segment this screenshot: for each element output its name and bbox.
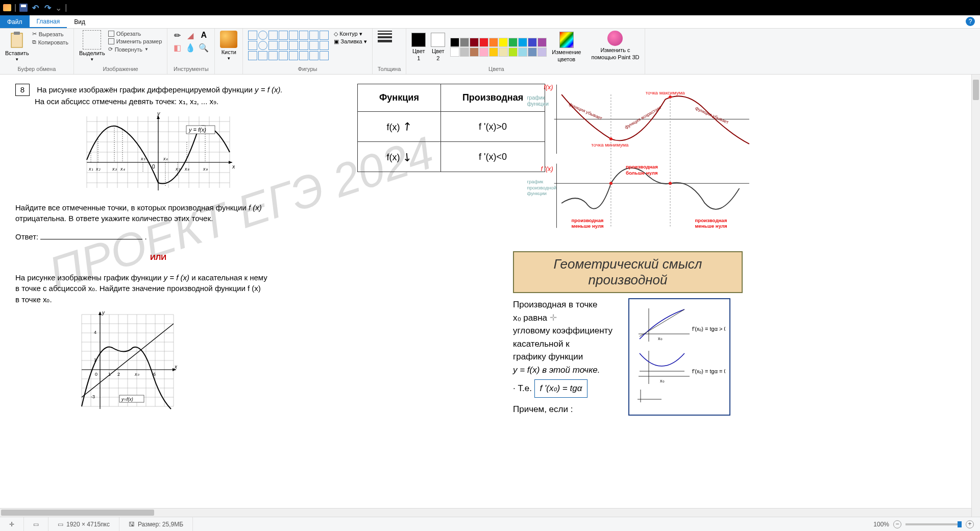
svg-marker-76 <box>99 311 102 315</box>
tab-home[interactable]: Главная <box>30 15 67 28</box>
color-palette[interactable] <box>450 38 547 57</box>
fill-tool[interactable]: ◢ <box>186 31 195 40</box>
eraser-tool[interactable]: ◧ <box>173 43 182 52</box>
paste-label: Вставить <box>5 50 29 56</box>
save-icon[interactable] <box>19 4 28 12</box>
horizontal-scrollbar[interactable] <box>0 508 971 517</box>
color1-button[interactable]: Цвет 1 <box>411 33 426 61</box>
answer-blank <box>40 239 142 239</box>
svg-text:1: 1 <box>94 357 96 363</box>
vertical-scrollbar[interactable] <box>971 75 980 517</box>
svg-text:-3: -3 <box>91 394 95 399</box>
palette-color[interactable] <box>479 47 488 57</box>
group-tools: ✏ ◢ A ◧ 💧 🔍 Инструменты <box>167 29 215 74</box>
zoom-slider[interactable] <box>905 523 962 525</box>
palette-color[interactable] <box>528 38 537 47</box>
scrollbar-thumb[interactable] <box>973 80 979 100</box>
resize-button[interactable]: Изменить размер <box>108 38 162 44</box>
palette-color[interactable] <box>499 38 508 47</box>
svg-text:график: график <box>527 94 545 101</box>
redo-icon[interactable]: ↷ <box>43 3 52 12</box>
group-colors: Цвет 1 Цвет 2 Изменение цветов Цвета <box>406 29 586 74</box>
group-label: Инструменты <box>173 64 209 73</box>
palette-color[interactable] <box>460 47 469 57</box>
group-paint3d: Изменить с помощью Paint 3D <box>586 29 645 74</box>
canvas-dimensions: 1920 × 4715пкс <box>66 521 110 528</box>
titlebar: | ↶ ↷ ⌄ | <box>0 0 980 15</box>
svg-text:производной: производной <box>527 185 556 190</box>
svg-text:точка максимума: точка максимума <box>646 90 685 95</box>
brushes-button[interactable]: Кисти ▼ <box>220 31 237 61</box>
svg-text:график: график <box>527 179 544 184</box>
palette-color[interactable] <box>460 38 469 47</box>
group-label: Изображение <box>79 64 162 73</box>
zoom-out-button[interactable]: − <box>893 520 901 528</box>
palette-color[interactable] <box>537 38 547 47</box>
menu-bar: Файл Главная Вид ? <box>0 15 980 29</box>
palette-color[interactable] <box>537 47 547 57</box>
palette-color[interactable] <box>508 38 518 47</box>
selection-icon: ▭ <box>33 521 39 528</box>
cut-button[interactable]: ✂Вырезать <box>32 31 68 37</box>
palette-color[interactable] <box>470 38 479 47</box>
zoom-in-button[interactable]: + <box>966 520 974 528</box>
palette-color[interactable] <box>489 38 498 47</box>
paint3d-icon <box>607 31 623 46</box>
palette-color[interactable] <box>518 38 527 47</box>
copy-icon: ⧉ <box>32 39 36 45</box>
text-tool[interactable]: A <box>199 31 208 40</box>
shapes-gallery[interactable] <box>248 31 329 60</box>
palette-color[interactable] <box>518 47 527 57</box>
geometric-meaning-box: Геометрический смысл производной Произво… <box>513 251 743 416</box>
picker-tool[interactable]: 💧 <box>186 43 195 52</box>
tab-view[interactable]: Вид <box>67 15 92 28</box>
zoom-level: 100% <box>873 521 889 528</box>
palette-color[interactable] <box>450 38 459 47</box>
group-label <box>220 64 237 73</box>
derivative-relation-graph: f(x) график функции точка минимума точка… <box>526 80 755 233</box>
fill-button[interactable]: ▣ Заливка ▾ <box>334 38 366 45</box>
qat-dropdown[interactable]: ⌄ <box>55 3 62 13</box>
undo-icon[interactable]: ↶ <box>31 3 40 12</box>
svg-text:x: x <box>232 163 235 170</box>
palette-color[interactable] <box>479 38 488 47</box>
color2-button[interactable]: Цвет 2 <box>431 33 445 61</box>
group-thickness: Толщина <box>373 29 407 74</box>
tab-file[interactable]: Файл <box>0 15 30 28</box>
paste-button[interactable]: Вставить ▼ <box>5 31 29 62</box>
thickness-button[interactable] <box>378 31 392 42</box>
palette-color[interactable] <box>508 47 518 57</box>
arrow-down-icon: ↘ <box>399 149 415 164</box>
palette-color[interactable] <box>499 47 508 57</box>
brush-icon <box>220 31 237 48</box>
canvas-area[interactable]: ПРОЕКТ ЕГЭ 2024 8 На рисунке изображён г… <box>0 75 980 517</box>
svg-marker-26 <box>229 161 232 164</box>
scrollbar-thumb[interactable] <box>1 510 154 516</box>
rotate-button[interactable]: ⟳Повернуть ▼ <box>108 46 162 53</box>
svg-text:f'(x₀) = tgα > 0: f'(x₀) = tgα > 0 <box>692 326 725 332</box>
paint3d-button[interactable]: Изменить с помощью Paint 3D <box>591 31 639 60</box>
edit-colors-button[interactable]: Изменение цветов <box>552 32 581 62</box>
svg-text:y=f(x): y=f(x) <box>121 397 133 402</box>
dimensions-icon: ▭ <box>58 521 63 528</box>
crop-button[interactable]: Обрезать <box>108 31 162 37</box>
svg-rect-1 <box>14 32 20 35</box>
help-icon[interactable]: ? <box>966 17 975 26</box>
svg-text:2: 2 <box>117 372 120 377</box>
graph-fx-nine-points: y x 0 y = f(x) x₁x₂x₃x₄ x₅x₆ x₇x₈x₉ <box>82 111 235 198</box>
zoom-tool[interactable]: 🔍 <box>199 43 208 52</box>
pencil-tool[interactable]: ✏ <box>173 31 182 40</box>
group-image: Выделить ▼ Обрезать Изменить размер ⟳Пов… <box>74 29 167 74</box>
outline-button[interactable]: ◇ Контур ▾ <box>334 31 366 37</box>
palette-color[interactable] <box>470 47 479 57</box>
svg-text:f(x): f(x) <box>544 84 553 91</box>
copy-button[interactable]: ⧉Копировать <box>32 39 68 45</box>
palette-color[interactable] <box>489 47 498 57</box>
palette-color[interactable] <box>450 47 459 57</box>
select-button[interactable]: Выделить ▼ <box>79 31 105 62</box>
palette-color[interactable] <box>528 47 537 57</box>
group-label: Цвета <box>411 64 581 73</box>
thickness-icon <box>378 31 392 42</box>
svg-text:функция убывает: функция убывает <box>695 106 729 125</box>
clipboard-icon <box>9 31 24 49</box>
